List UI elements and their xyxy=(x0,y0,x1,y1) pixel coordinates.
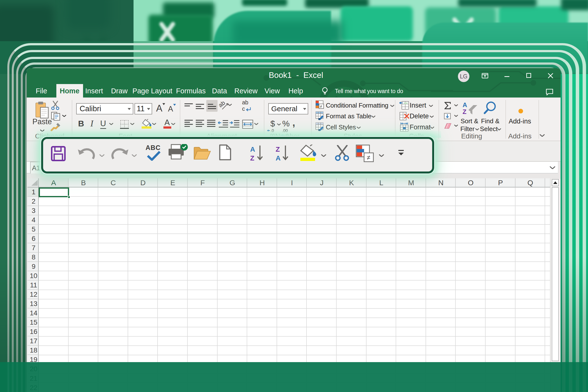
svg-text:ab: ab xyxy=(242,100,248,106)
svg-text:A: A xyxy=(276,154,280,162)
svg-text:Z: Z xyxy=(462,108,466,116)
svg-text:c: c xyxy=(242,106,245,112)
svg-text:A: A xyxy=(250,146,255,153)
svg-text:≠: ≠ xyxy=(367,154,370,161)
svg-text:≠: ≠ xyxy=(320,104,322,108)
svg-text:A: A xyxy=(462,102,467,108)
svg-text:Z: Z xyxy=(276,146,280,153)
svg-text:ab: ab xyxy=(219,100,226,108)
svg-text:Z: Z xyxy=(250,154,254,162)
